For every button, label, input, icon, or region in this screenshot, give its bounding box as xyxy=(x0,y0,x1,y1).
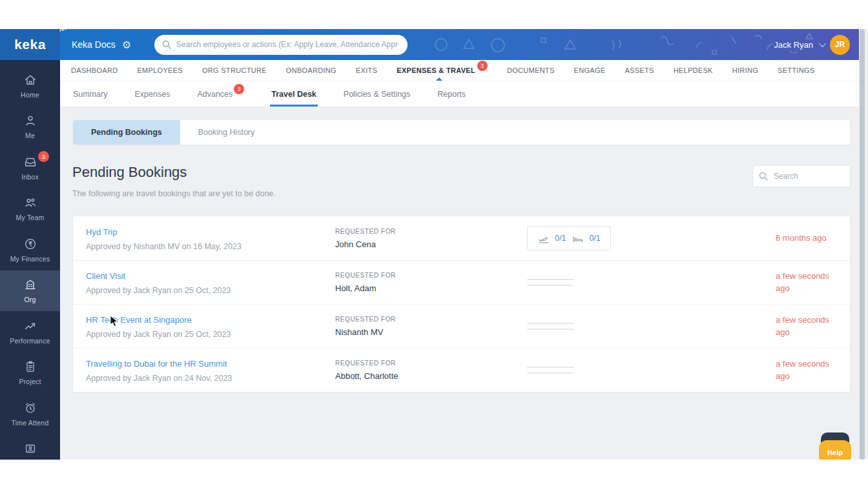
sidebar-item-label: Me xyxy=(25,132,35,139)
keka-logo[interactable]: keka xyxy=(0,29,60,60)
booking-approval: Approved by Jack Ryan on 25 Oct, 2023 xyxy=(86,286,335,295)
help-button[interactable]: Help xyxy=(819,440,851,460)
nav-item-settings[interactable]: SETTINGS xyxy=(778,60,814,81)
subnav-badge: 3 xyxy=(234,84,244,94)
section-header: Pending Bookings The following are trave… xyxy=(72,164,851,198)
nav-item-label: HIRING xyxy=(732,66,758,74)
booking-time-ago: a few seconds ago xyxy=(776,358,837,383)
nav-item-expenses-travel[interactable]: EXPENSES & TRAVEL 3 xyxy=(397,60,488,81)
chevron-down-icon xyxy=(819,40,826,47)
nav-item-engage[interactable]: ENGAGE xyxy=(574,60,606,81)
sidebar-nav: Home Me 3 Inbox My Team xyxy=(0,60,60,460)
sidebar-badge: 3 xyxy=(38,151,49,162)
search-icon xyxy=(161,39,172,50)
team-icon xyxy=(23,196,37,210)
subnav-item-summary[interactable]: Summary xyxy=(73,81,107,107)
page-title: Pending Bookings xyxy=(72,164,752,181)
sidebar-item-payroll[interactable]: Payroll xyxy=(0,434,60,460)
gear-icon[interactable]: ⚙ xyxy=(122,39,131,51)
app-title: Keka Docs xyxy=(72,39,116,50)
booking-title-link[interactable]: Travelling to Dubai for the HR Summit xyxy=(86,359,227,369)
loading-skeleton xyxy=(527,323,574,330)
inbox-icon xyxy=(23,155,37,169)
requested-for-label: REQUESTED FOR xyxy=(335,316,527,323)
sidebar-item-performance[interactable]: Performance xyxy=(0,311,60,352)
requested-for-label: REQUESTED FOR xyxy=(335,360,527,367)
nav-item-label: HELPDESK xyxy=(674,66,713,74)
subnav-item-label: Advances xyxy=(197,90,232,99)
top-header: Keka Docs ⚙ Jack Ryan JR xyxy=(60,29,859,60)
sidebar-item-my-team[interactable]: My Team xyxy=(0,188,60,230)
booking-approval: Approved by Jack Ryan on 25 Oct, 2023 xyxy=(86,330,335,339)
booking-approval: Approved by Nishanth MV on 16 May, 2023 xyxy=(86,242,335,251)
subnav-item-label: Expenses xyxy=(134,90,170,99)
subnav-item-label: Summary xyxy=(73,90,107,99)
nav-item-employees[interactable]: EMPLOYEES xyxy=(137,60,183,81)
nav-item-dashboard[interactable]: DASHBOARD xyxy=(71,60,118,81)
user-menu[interactable]: Jack Ryan JR xyxy=(774,29,850,60)
subnav-item-travel-desk[interactable]: Travel Desk xyxy=(271,81,316,107)
booking-row: Hyd Trip Approved by Nishanth MV on 16 M… xyxy=(73,216,850,260)
bookings-tabs: Pending Bookings Booking History xyxy=(72,119,851,145)
sidebar-item-label: Performance xyxy=(10,337,50,345)
global-search-input[interactable] xyxy=(154,35,408,55)
loading-skeleton xyxy=(527,279,574,286)
nav-item-documents[interactable]: DOCUMENTS xyxy=(507,60,555,81)
scrollbar-track xyxy=(859,29,865,460)
nav-item-org-structure[interactable]: ORG STRUCTURE xyxy=(202,60,267,81)
nav-item-label: EXITS xyxy=(356,66,377,74)
sidebar-item-my-finances[interactable]: My Finances xyxy=(0,229,60,270)
global-search xyxy=(154,35,408,55)
booking-title-link[interactable]: Hyd Trip xyxy=(86,227,117,237)
nav-item-hiring[interactable]: HIRING xyxy=(732,60,758,81)
sidebar-item-home[interactable]: Home xyxy=(0,65,60,107)
subnav-item-advances[interactable]: Advances 3 xyxy=(197,81,244,107)
nav-item-label: EXPENSES & TRAVEL xyxy=(397,66,475,74)
booking-title-link[interactable]: HR Tech Event at Singapore xyxy=(86,315,192,325)
subnav-item-label: Travel Desk xyxy=(271,90,316,99)
subnav-item-policies-settings[interactable]: Policies & Settings xyxy=(344,81,411,107)
sidebar: keka Home Me xyxy=(0,29,60,460)
flight-icon xyxy=(537,232,550,244)
tab-booking-history[interactable]: Booking History xyxy=(180,120,273,145)
nav-item-label: ENGAGE xyxy=(574,66,606,74)
booking-row: HR Tech Event at Singapore Approved by J… xyxy=(73,304,850,348)
sidebar-item-org[interactable]: Org xyxy=(0,270,60,312)
help-button-label: Help xyxy=(827,449,843,456)
nav-item-exits[interactable]: EXITS xyxy=(356,60,377,81)
nav-item-label: SETTINGS xyxy=(778,66,814,74)
sidebar-item-label: Inbox xyxy=(21,173,39,181)
subnav-item-label: Policies & Settings xyxy=(344,90,411,99)
sidebar-item-project[interactable]: Project xyxy=(0,352,60,394)
hotel-count: 0/1 xyxy=(572,232,600,244)
nav-item-label: DOCUMENTS xyxy=(507,66,555,74)
scrollbar-thumb[interactable] xyxy=(860,29,865,460)
bookings-search xyxy=(752,165,851,187)
flight-count: 0/1 xyxy=(537,232,566,244)
sidebar-item-label: Time Attend xyxy=(12,419,49,427)
sidebar-item-inbox[interactable]: 3 Inbox xyxy=(0,147,60,188)
nav-item-assets[interactable]: ASSETS xyxy=(625,60,654,81)
requested-for-name: Holt, Adam xyxy=(335,283,527,293)
user-icon xyxy=(23,114,37,128)
sidebar-item-label: My Team xyxy=(16,214,45,221)
nav-item-helpdesk[interactable]: HELPDESK xyxy=(674,60,713,81)
finances-icon xyxy=(23,237,37,251)
sidebar-item-me[interactable]: Me xyxy=(0,107,60,148)
nav-item-label: ASSETS xyxy=(625,66,654,74)
keka-logo-text: keka xyxy=(14,37,46,52)
booking-approval: Approved by Jack Ryan on 24 Nov, 2023 xyxy=(86,374,335,383)
search-icon xyxy=(758,171,769,181)
booking-title-link[interactable]: Client Visit xyxy=(86,271,125,281)
subnav-item-reports[interactable]: Reports xyxy=(437,81,466,107)
user-name: Jack Ryan xyxy=(774,40,813,50)
nav-item-onboarding[interactable]: ONBOARDING xyxy=(286,60,336,81)
sidebar-item-time-attend[interactable]: Time Attend xyxy=(0,393,60,434)
tab-pending-bookings[interactable]: Pending Bookings xyxy=(73,120,180,145)
nav-item-label: ONBOARDING xyxy=(286,66,336,74)
booking-counts[interactable]: 0/1 0/1 xyxy=(527,226,611,250)
sidebar-item-label: Project xyxy=(19,378,41,385)
active-tab-caret xyxy=(436,77,442,81)
tab-label: Booking History xyxy=(198,128,255,137)
subnav-item-expenses[interactable]: Expenses xyxy=(134,81,170,107)
